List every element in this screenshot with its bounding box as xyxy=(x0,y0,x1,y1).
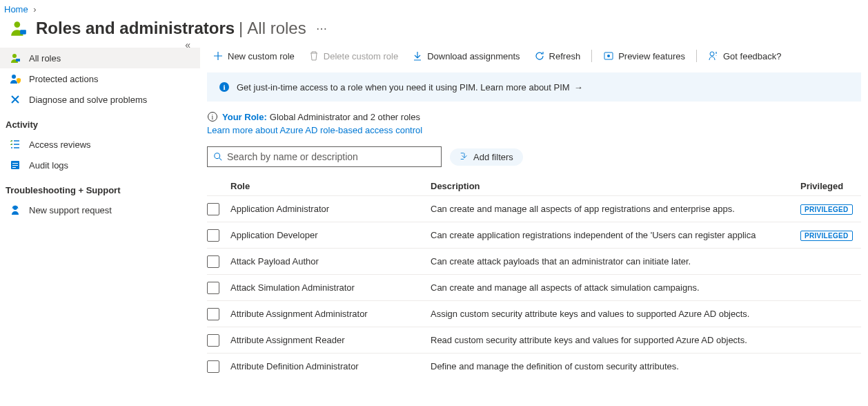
refresh-icon xyxy=(534,50,545,61)
svg-text:i: i xyxy=(212,113,214,121)
row-checkbox[interactable] xyxy=(207,203,219,215)
role-name: Application Developer xyxy=(230,230,431,240)
your-role-line: i Your Role: Global Administrator and 2 … xyxy=(207,111,861,122)
sidebar-item-all-roles[interactable]: All roles xyxy=(0,48,200,68)
table-row[interactable]: Attack Simulation AdministratorCan creat… xyxy=(207,274,861,300)
add-filters-button[interactable]: Add filters xyxy=(450,148,523,166)
breadcrumb: Home › xyxy=(0,0,868,16)
info-outline-icon: i xyxy=(207,111,218,122)
search-icon xyxy=(213,152,223,162)
privileged-badge: PRIVILEGED xyxy=(800,204,853,215)
main-content: New custom role Delete custom role Downl… xyxy=(200,44,868,379)
page-header: Roles and administrators | All roles ⋯ xyxy=(0,16,868,44)
sidebar-section-activity: Activity xyxy=(0,110,200,134)
chevron-right-icon: › xyxy=(33,4,36,14)
preview-features-button[interactable]: Preview features xyxy=(598,48,691,64)
table-row[interactable]: Attribute Assignment AdministratorAssign… xyxy=(207,300,861,327)
role-description: Read custom security attribute keys and … xyxy=(431,335,800,345)
roles-table: Role Description Privileged Application … xyxy=(207,177,861,379)
row-checkbox[interactable] xyxy=(207,308,219,320)
header-role[interactable]: Role xyxy=(230,181,431,191)
sidebar: « All roles Protected actions Diagnose a… xyxy=(0,44,200,379)
collapse-sidebar-button[interactable]: « xyxy=(185,39,190,50)
sidebar-item-diagnose[interactable]: Diagnose and solve problems xyxy=(0,89,200,110)
roles-icon xyxy=(10,19,29,38)
download-icon xyxy=(412,50,423,61)
your-role-value: Global Administrator and 2 other roles xyxy=(270,112,420,122)
svg-point-0 xyxy=(14,21,21,28)
toolbar: New custom role Delete custom role Downl… xyxy=(207,44,861,68)
role-description: Assign custom security attribute keys an… xyxy=(431,309,800,319)
banner-text: Get just-in-time access to a role when y… xyxy=(237,82,570,93)
info-icon: i xyxy=(219,81,230,93)
page-title: Roles and administrators xyxy=(36,19,235,38)
role-name: Application Administrator xyxy=(230,204,431,214)
feedback-button[interactable]: Got feedback? xyxy=(702,48,787,64)
sidebar-section-troubleshooting: Troubleshooting + Support xyxy=(0,175,200,200)
svg-point-12 xyxy=(710,52,714,56)
arrow-right-icon: → xyxy=(574,82,583,93)
sidebar-item-access-reviews[interactable]: Access reviews xyxy=(0,134,200,155)
row-checkbox[interactable] xyxy=(207,255,219,268)
row-checkbox[interactable] xyxy=(207,334,219,347)
svg-rect-7 xyxy=(12,165,18,166)
role-description: Can create and manage all aspects of app… xyxy=(431,204,800,214)
svg-rect-3 xyxy=(16,59,20,61)
refresh-button[interactable]: Refresh xyxy=(529,48,586,64)
more-actions-button[interactable]: ⋯ xyxy=(316,22,328,35)
your-role-label: Your Role: xyxy=(222,112,267,122)
plus-icon xyxy=(213,50,224,61)
sidebar-item-label: Diagnose and solve problems xyxy=(29,95,147,105)
svg-point-4 xyxy=(12,75,16,79)
delete-custom-role-button: Delete custom role xyxy=(303,48,404,64)
sidebar-item-label: Audit logs xyxy=(29,160,68,171)
svg-point-11 xyxy=(607,55,610,57)
privileged-badge: PRIVILEGED xyxy=(800,231,853,241)
svg-point-2 xyxy=(12,54,17,58)
sidebar-item-support-request[interactable]: New support request xyxy=(0,200,200,220)
role-name: Attack Simulation Administrator xyxy=(230,282,431,293)
role-description: Can create application registrations ind… xyxy=(431,230,800,240)
sidebar-item-audit-logs[interactable]: Audit logs xyxy=(0,155,200,175)
breadcrumb-home[interactable]: Home xyxy=(4,4,28,14)
wrench-icon xyxy=(10,94,21,105)
header-description[interactable]: Description xyxy=(431,181,800,191)
role-name: Attack Payload Author xyxy=(230,256,431,267)
new-custom-role-button[interactable]: New custom role xyxy=(207,48,300,64)
table-row[interactable]: Application AdministratorCan create and … xyxy=(207,195,861,222)
trash-icon xyxy=(308,50,319,61)
header-privileged[interactable]: Privileged xyxy=(800,181,861,191)
title-separator: | xyxy=(239,19,243,38)
row-checkbox[interactable] xyxy=(207,282,219,294)
search-input[interactable] xyxy=(227,151,435,162)
table-row[interactable]: Attribute Definition AdministratorDefine… xyxy=(207,353,861,379)
svg-rect-1 xyxy=(20,30,26,34)
pim-info-banner[interactable]: i Get just-in-time access to a role when… xyxy=(207,72,861,102)
svg-point-17 xyxy=(215,153,220,159)
download-assignments-button[interactable]: Download assignments xyxy=(406,48,525,64)
role-description: Can create attack payloads that an admin… xyxy=(431,256,800,267)
role-name: Attribute Assignment Administrator xyxy=(230,309,431,319)
table-row[interactable]: Attack Payload AuthorCan create attack p… xyxy=(207,248,861,274)
role-description: Can create and manage all aspects of att… xyxy=(431,282,800,293)
support-person-icon xyxy=(10,204,21,215)
role-name: Attribute Definition Administrator xyxy=(230,361,431,371)
table-row[interactable]: Application DeveloperCan create applicat… xyxy=(207,222,861,248)
row-checkbox[interactable] xyxy=(207,229,219,242)
sidebar-item-label: Protected actions xyxy=(29,74,98,84)
search-box[interactable] xyxy=(207,146,442,167)
learn-more-link[interactable]: Learn more about Azure AD role-based acc… xyxy=(207,125,422,135)
log-icon xyxy=(10,160,21,171)
row-checkbox[interactable] xyxy=(207,360,219,373)
feedback-icon xyxy=(708,50,719,61)
shield-person-icon xyxy=(10,73,21,84)
table-row[interactable]: Attribute Assignment ReaderRead custom s… xyxy=(207,327,861,353)
svg-text:i: i xyxy=(223,83,225,91)
role-name: Attribute Assignment Reader xyxy=(230,335,431,345)
sidebar-item-label: All roles xyxy=(29,53,61,64)
filter-icon xyxy=(460,152,469,162)
role-privileged: PRIVILEGED xyxy=(800,204,861,215)
sidebar-item-protected-actions[interactable]: Protected actions xyxy=(0,68,200,89)
page-subtitle: All roles xyxy=(247,19,306,38)
sidebar-item-label: Access reviews xyxy=(29,139,91,150)
